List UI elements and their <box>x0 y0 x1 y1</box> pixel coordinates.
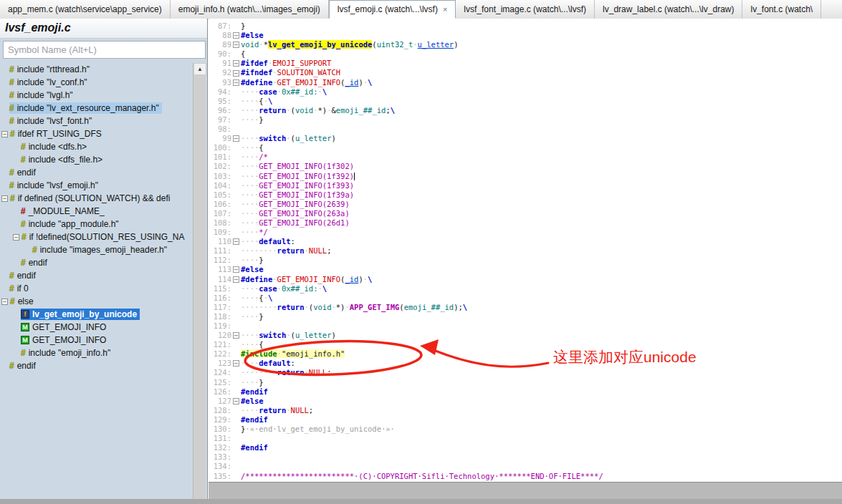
tree-item[interactable]: #include "lv_conf.h" <box>0 76 193 89</box>
fold-toggle[interactable]: – <box>231 331 241 340</box>
collapse-icon[interactable]: – <box>233 70 239 77</box>
code-line[interactable]: 116:····{·\ <box>209 294 842 303</box>
code-line[interactable]: 131: <box>209 434 842 443</box>
tree-item[interactable]: #include "emoji_info.h" <box>0 346 193 359</box>
tree-item[interactable]: #include "lvsf_emoji.h" <box>0 179 193 192</box>
code-line[interactable]: 110–····default: <box>209 237 842 246</box>
code-line[interactable]: 128:····return·NULL; <box>209 406 842 415</box>
code-line[interactable]: 109:····*/ <box>209 228 842 237</box>
tree-item[interactable]: #include "rtthread.h" <box>0 63 193 76</box>
tab[interactable]: app_mem.c (watch\service\app_service) <box>0 0 171 19</box>
close-icon[interactable]: × <box>443 6 447 14</box>
code-line[interactable]: 89–void·*lv_get_emoji_by_unicode(uint32_… <box>209 40 842 49</box>
code-line[interactable]: 133: <box>209 452 842 462</box>
code-line[interactable]: 122:#include·"emoji_info.h" <box>209 349 842 359</box>
collapse-icon[interactable]: – <box>233 360 239 367</box>
code-editor[interactable]: 87:}88–#else89–void·*lv_get_emoji_by_uni… <box>209 19 842 482</box>
code-line[interactable]: 135:/************************·(C)·COPYRI… <box>209 472 842 481</box>
tree-item[interactable]: #include "images_emoji_header.h" <box>0 243 193 256</box>
code-line[interactable]: 106:····GET_EMOJI_INFO(2639) <box>209 200 842 209</box>
fold-toggle[interactable]: – <box>231 359 241 368</box>
code-line[interactable]: 113–#else <box>209 265 842 274</box>
code-line[interactable]: 129:#endif <box>209 415 842 425</box>
code-line[interactable]: 124:········return·NULL; <box>209 368 842 377</box>
tree-item[interactable]: #include "app_module.h" <box>0 218 193 231</box>
collapse-icon[interactable]: – <box>233 42 239 48</box>
fold-toggle[interactable]: – <box>231 237 241 246</box>
fold-toggle[interactable]: – <box>231 68 241 77</box>
tree-item[interactable]: –#if !defined(SOLUTION_RES_USING_NA <box>0 231 193 243</box>
collapse-icon[interactable]: – <box>233 398 239 404</box>
code-line[interactable]: 120–····switch·(u_letter) <box>209 331 842 340</box>
code-line[interactable]: 102:····GET_EMOJI_INFO(1f302) <box>209 162 842 171</box>
tab[interactable]: lvsf_font_image.c (watch\...\lvsf) <box>456 0 595 19</box>
tab[interactable]: lv_draw_label.c (watch\...\lv_draw) <box>595 0 742 19</box>
code-line[interactable]: 97:····} <box>209 115 842 125</box>
collapse-icon[interactable]: – <box>233 32 239 39</box>
collapse-icon[interactable]: – <box>1 195 8 202</box>
fold-toggle[interactable]: – <box>231 40 241 49</box>
code-line[interactable]: 100:····{ <box>209 143 842 152</box>
fold-toggle[interactable]: – <box>231 397 241 406</box>
code-line[interactable]: 132:#endif <box>209 443 842 452</box>
fold-toggle[interactable]: – <box>231 275 241 284</box>
code-line[interactable]: 104:····GET_EMOJI_INFO(1f393) <box>209 181 842 190</box>
code-line[interactable]: 134: <box>209 462 842 471</box>
code-line[interactable]: 90:{ <box>209 49 842 59</box>
code-line[interactable]: 91–#ifdef·EMOJI_SUPPORT <box>209 59 842 68</box>
code-line[interactable]: 115:····case·0x##_id:·\ <box>209 284 842 294</box>
code-line[interactable]: 98: <box>209 125 842 134</box>
code-line[interactable]: 117:········return·(void·*)·APP_GET_IMG(… <box>209 303 842 312</box>
collapse-icon[interactable]: – <box>1 131 8 137</box>
code-line[interactable]: 118:····} <box>209 312 842 321</box>
code-line[interactable]: 96:····return·(void·*)·&emoji_##_id;\ <box>209 106 842 115</box>
tree-item[interactable]: #endif <box>0 359 193 372</box>
collapse-icon[interactable]: – <box>233 276 239 283</box>
tab[interactable]: emoji_info.h (watch\...\images_emoji) <box>171 0 329 19</box>
code-line[interactable]: 99–····switch·(u_letter) <box>209 134 842 143</box>
tree-item[interactable]: #_MODULE_NAME_ <box>0 205 193 218</box>
tree-item[interactable]: #endif <box>0 166 193 179</box>
code-line[interactable]: 92–#ifndef·SOLUTION_WATCH <box>209 68 842 77</box>
code-line[interactable]: 127–#else <box>209 397 842 406</box>
code-line[interactable]: 103:····GET_EMOJI_INFO(1f392) <box>209 172 842 181</box>
code-line[interactable]: 111:········return·NULL; <box>209 246 842 256</box>
tree-item[interactable]: –#if defined (SOLUTION_WATCH) && defi <box>0 192 193 205</box>
collapse-icon[interactable]: – <box>233 266 239 273</box>
fold-toggle[interactable]: – <box>231 31 241 40</box>
code-line[interactable]: 93–#define·GET_EMOJI_INFO(_id)·\ <box>209 78 842 87</box>
collapse-icon[interactable]: – <box>233 135 239 142</box>
code-line[interactable]: 121:····{ <box>209 340 842 349</box>
tree-item[interactable]: #endif <box>0 256 193 269</box>
code-line[interactable]: 125:····} <box>209 378 842 387</box>
tab[interactable]: lv_font.c (watch\ <box>742 0 821 19</box>
collapse-icon[interactable]: – <box>13 234 19 241</box>
tree-scrollbar[interactable]: ▲ ▼ <box>193 63 206 504</box>
fold-toggle[interactable]: – <box>231 265 241 274</box>
tree-item[interactable]: #include "lv_ext_resource_manager.h" <box>0 102 193 115</box>
code-line[interactable]: 107:····GET_EMOJI_INFO(263a) <box>209 209 842 218</box>
tree-item[interactable]: #include "lvgl.h" <box>0 89 193 102</box>
code-line[interactable]: 112:····} <box>209 256 842 265</box>
scroll-up-icon[interactable]: ▲ <box>193 63 206 75</box>
code-line[interactable]: 101:····/* <box>209 152 842 162</box>
code-line[interactable]: 108:····GET_EMOJI_INFO(26d1) <box>209 218 842 228</box>
fold-toggle[interactable]: – <box>231 134 241 143</box>
symbol-search-input[interactable] <box>3 41 206 59</box>
tree-item[interactable]: #endif <box>0 269 193 282</box>
code-line[interactable]: 114–#define·GET_EMOJI_INFO(_id)·\ <box>209 275 842 284</box>
code-line[interactable]: 105:····GET_EMOJI_INFO(1f39a) <box>209 190 842 200</box>
code-line[interactable]: 123–····default: <box>209 359 842 368</box>
tree-item[interactable]: #include <dfs.h> <box>0 140 193 153</box>
code-line[interactable]: 87:} <box>209 21 842 31</box>
code-line[interactable]: 94:····case·0x##_id:·\ <box>209 87 842 97</box>
tree-item[interactable]: #if 0 <box>0 282 193 295</box>
tree-item[interactable]: MGET_EMOJI_INFO <box>0 334 193 346</box>
collapse-icon[interactable]: – <box>233 238 239 245</box>
tree-item[interactable]: #include "lvsf_font.h" <box>0 115 193 127</box>
code-line[interactable]: 130:}·«·end·lv_get_emoji_by_unicode·»· <box>209 425 842 434</box>
fold-toggle[interactable]: – <box>231 78 241 87</box>
code-line[interactable]: 95:····{·\ <box>209 97 842 106</box>
code-line[interactable]: 88–#else <box>209 31 842 40</box>
tree-item[interactable]: –#ifdef RT_USING_DFS <box>0 127 193 140</box>
